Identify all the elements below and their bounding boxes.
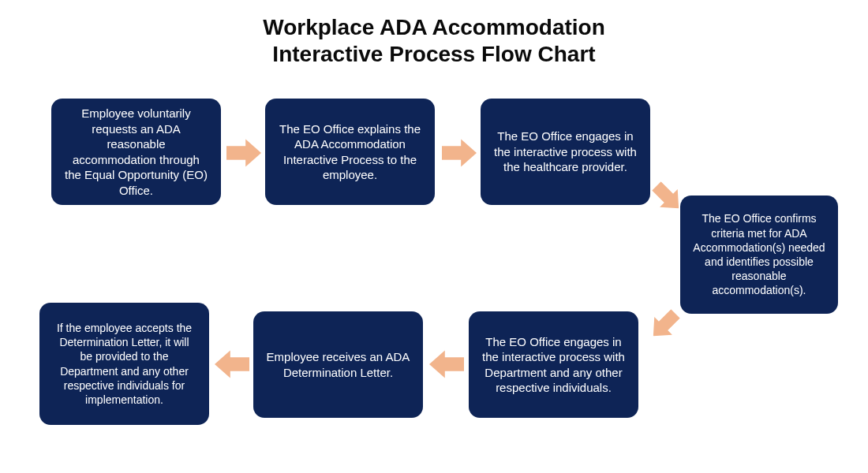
title-line1: Workplace ADA Accommodation bbox=[263, 15, 605, 39]
step-box-7: If the employee accepts the Determinatio… bbox=[39, 303, 209, 425]
title-line2: Interactive Process Flow Chart bbox=[272, 42, 595, 66]
svg-marker-5 bbox=[215, 350, 249, 378]
step-text-3: The EO Office engages in the interactive… bbox=[493, 128, 638, 175]
arrow-down-right-icon bbox=[652, 181, 683, 213]
svg-marker-1 bbox=[442, 139, 477, 166]
arrow-down-left-icon bbox=[649, 309, 680, 341]
svg-marker-2 bbox=[648, 177, 688, 218]
arrow-right-icon bbox=[226, 136, 261, 170]
step-text-1: Employee voluntarily requests an ADA rea… bbox=[64, 106, 208, 198]
step-box-2: The EO Office explains the ADA Accommoda… bbox=[265, 99, 435, 205]
chart-title: Workplace ADA Accommodation Interactive … bbox=[0, 14, 868, 67]
step-box-4: The EO Office confirms criteria met for … bbox=[680, 196, 838, 314]
svg-marker-0 bbox=[226, 139, 261, 166]
arrow-right-icon bbox=[442, 136, 477, 170]
step-text-5: The EO Office engages in the interactive… bbox=[481, 334, 626, 396]
step-text-2: The EO Office explains the ADA Accommoda… bbox=[278, 121, 422, 183]
svg-marker-4 bbox=[429, 350, 464, 378]
step-text-6: Employee receives an ADA Determination L… bbox=[266, 349, 410, 380]
arrow-left-icon bbox=[215, 347, 249, 382]
step-box-3: The EO Office engages in the interactive… bbox=[481, 99, 650, 205]
step-text-7: If the employee accepts the Determinatio… bbox=[52, 321, 196, 407]
step-text-4: The EO Office confirms criteria met for … bbox=[693, 211, 825, 297]
step-box-1: Employee voluntarily requests an ADA rea… bbox=[51, 99, 221, 205]
step-box-6: Employee receives an ADA Determination L… bbox=[253, 311, 423, 418]
svg-marker-3 bbox=[645, 305, 685, 345]
arrow-left-icon bbox=[429, 347, 464, 382]
step-box-5: The EO Office engages in the interactive… bbox=[469, 311, 638, 418]
